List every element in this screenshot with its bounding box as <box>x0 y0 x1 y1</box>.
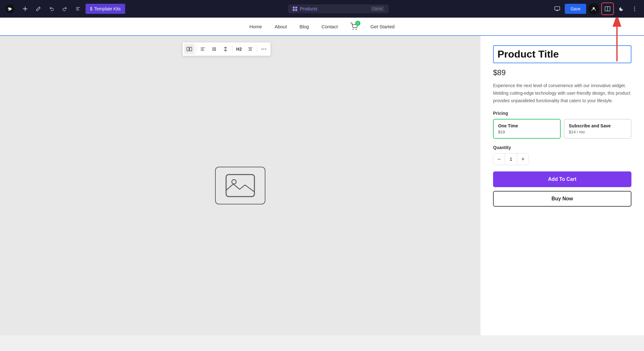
svg-rect-8 <box>555 7 560 10</box>
quantity-value: 1 <box>505 153 517 165</box>
svg-rect-5 <box>295 7 297 8</box>
svg-point-27 <box>213 50 214 51</box>
svg-rect-2 <box>76 8 79 9</box>
svg-point-32 <box>265 49 266 50</box>
grid-icon <box>292 6 297 11</box>
buy-now-button[interactable]: Buy Now <box>493 191 631 207</box>
subscribe-title: Subscribe and Save <box>569 123 626 128</box>
undo-button[interactable] <box>46 3 57 14</box>
nav-about[interactable]: About <box>275 24 287 29</box>
svg-rect-1 <box>76 7 80 8</box>
product-details: Product Title $89 Experience the next le… <box>480 36 644 335</box>
app-logo[interactable] <box>4 3 16 15</box>
add-to-cart-button[interactable]: Add To Cart <box>493 171 631 187</box>
placeholder-icon <box>225 173 256 198</box>
svg-point-28 <box>214 50 215 51</box>
user-icon-button[interactable] <box>588 3 599 14</box>
svg-point-17 <box>353 29 354 30</box>
svg-rect-20 <box>190 47 192 51</box>
save-label: Save <box>570 6 580 11</box>
one-time-price: $19 <box>498 130 556 134</box>
svg-rect-4 <box>293 7 295 8</box>
svg-point-22 <box>214 47 215 48</box>
nav-home[interactable]: Home <box>249 24 262 29</box>
toolbar-right: Save <box>552 3 640 15</box>
svg-point-25 <box>214 49 215 50</box>
pricing-option-subscribe[interactable]: Subscribe and Save $14 / mo <box>564 119 631 139</box>
ft-text-align-button[interactable] <box>245 44 256 54</box>
ft-align-left-button[interactable] <box>197 44 208 54</box>
svg-point-26 <box>215 49 216 50</box>
nav-blog[interactable]: Blog <box>299 24 309 29</box>
main-content: Product Title $89 Experience the next le… <box>0 36 644 335</box>
ft-grid-dots-button[interactable] <box>209 44 219 54</box>
nav-contact[interactable]: Contact <box>321 24 338 29</box>
toolbar-center: Products Ctrl+K <box>127 4 550 13</box>
quantity-label: Quantity <box>493 145 631 150</box>
svg-rect-19 <box>187 47 189 51</box>
cart-badge: 0 <box>355 21 360 26</box>
add-to-cart-label: Add To Cart <box>548 176 576 182</box>
subscribe-price: $14 / mo <box>569 130 626 134</box>
svg-rect-6 <box>293 9 295 11</box>
quantity-control: − 1 + <box>493 153 529 165</box>
svg-point-9 <box>593 7 595 9</box>
svg-point-23 <box>215 47 216 48</box>
svg-point-12 <box>634 7 635 8</box>
structure-button[interactable] <box>72 3 84 14</box>
one-time-title: One Time <box>498 123 556 128</box>
edit-button[interactable] <box>33 3 44 14</box>
svg-rect-7 <box>295 9 297 11</box>
template-kits-label: Template Kits <box>94 6 121 11</box>
toolbar: $ Template Kits Products Ctrl+K Save <box>0 0 644 18</box>
svg-point-18 <box>356 29 357 30</box>
panel-toggle-button[interactable] <box>601 3 614 15</box>
ft-divider-2 <box>232 45 232 53</box>
svg-point-30 <box>262 49 263 50</box>
theme-toggle-button[interactable] <box>616 3 627 14</box>
search-bar[interactable]: Products Ctrl+K <box>288 4 389 13</box>
save-button[interactable]: Save <box>565 4 586 14</box>
more-options-button[interactable] <box>629 3 640 14</box>
buy-now-label: Buy Now <box>552 196 573 201</box>
pricing-options: One Time $19 Subscribe and Save $14 / mo <box>493 119 631 139</box>
search-label: Products <box>300 6 317 11</box>
add-button[interactable] <box>19 3 31 14</box>
pricing-option-one-time[interactable]: One Time $19 <box>493 119 561 139</box>
svg-rect-3 <box>76 10 79 10</box>
template-kits-button[interactable]: $ Template Kits <box>86 4 125 14</box>
svg-point-14 <box>634 10 635 11</box>
image-placeholder <box>215 167 265 204</box>
quantity-increase-button[interactable]: + <box>517 153 529 165</box>
ft-divider-3 <box>257 45 257 53</box>
svg-rect-33 <box>226 175 254 197</box>
ft-h2-button[interactable]: H2 <box>234 44 244 54</box>
svg-point-24 <box>213 49 214 50</box>
product-title: Product Title <box>497 48 559 60</box>
svg-point-21 <box>213 47 214 48</box>
nav-get-started[interactable]: Get Started <box>370 24 395 29</box>
svg-point-34 <box>232 180 236 184</box>
floating-toolbar: H2 <box>182 42 271 56</box>
svg-point-31 <box>264 49 264 50</box>
svg-point-29 <box>215 50 216 51</box>
ft-divider-1 <box>196 45 196 53</box>
redo-button[interactable] <box>59 3 70 14</box>
ft-up-down-button[interactable] <box>220 44 231 54</box>
preview-button[interactable] <box>552 3 563 14</box>
svg-point-13 <box>634 8 635 9</box>
nav-bar: Home About Blog Contact 0 Get Started <box>0 18 644 36</box>
nav-cart[interactable]: 0 <box>350 23 358 30</box>
product-price: $89 <box>493 68 631 77</box>
pricing-label: Pricing <box>493 111 631 116</box>
search-shortcut: Ctrl+K <box>371 6 384 11</box>
product-title-box[interactable]: Product Title <box>493 45 631 63</box>
ft-layout-button[interactable] <box>184 44 195 54</box>
product-image-area <box>0 36 480 335</box>
quantity-decrease-button[interactable]: − <box>493 153 505 165</box>
ft-more-button[interactable] <box>258 44 269 54</box>
product-description: Experience the next level of convenience… <box>493 82 631 104</box>
